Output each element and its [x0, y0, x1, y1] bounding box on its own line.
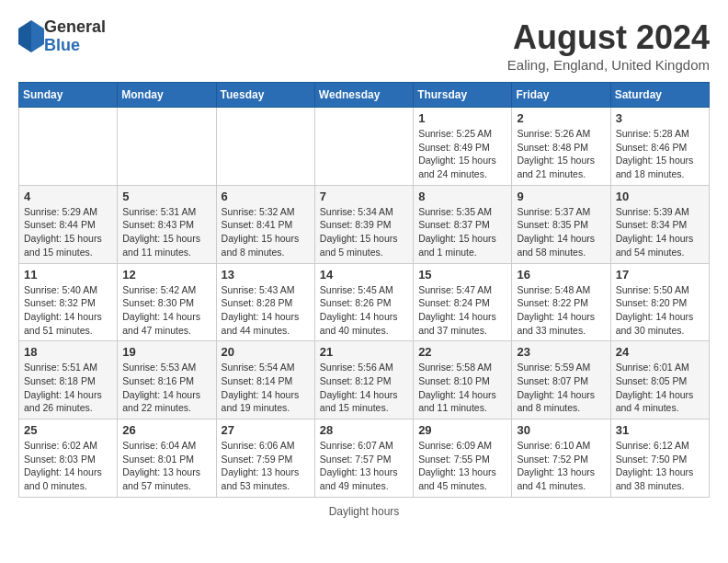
calendar-cell: 21Sunrise: 5:56 AM Sunset: 8:12 PM Dayli… [314, 341, 413, 419]
calendar-cell [118, 108, 216, 186]
calendar-cell: 7Sunrise: 5:34 AM Sunset: 8:39 PM Daylig… [314, 185, 413, 263]
day-info: Sunrise: 6:07 AM Sunset: 7:57 PM Dayligh… [320, 439, 408, 493]
day-info: Sunrise: 5:56 AM Sunset: 8:12 PM Dayligh… [320, 361, 408, 415]
logo-text: General Blue [44, 18, 106, 55]
day-info: Sunrise: 5:42 AM Sunset: 8:30 PM Dayligh… [122, 283, 210, 338]
day-info: Sunrise: 6:02 AM Sunset: 8:03 PM Dayligh… [24, 439, 112, 493]
day-info: Sunrise: 5:58 AM Sunset: 8:10 PM Dayligh… [418, 361, 506, 415]
calendar-cell: 8Sunrise: 5:35 AM Sunset: 8:37 PM Daylig… [414, 185, 512, 263]
calendar-day-header: Tuesday [216, 83, 314, 108]
calendar-table: SundayMondayTuesdayWednesdayThursdayFrid… [18, 82, 710, 498]
day-info: Sunrise: 5:31 AM Sunset: 8:43 PM Dayligh… [122, 205, 210, 259]
day-number: 8 [418, 190, 506, 203]
day-number: 27 [222, 423, 310, 437]
calendar-cell: 31Sunrise: 6:12 AM Sunset: 7:50 PM Dayli… [610, 419, 709, 498]
calendar-cell [314, 108, 413, 186]
day-number: 26 [122, 423, 210, 437]
day-number: 2 [517, 111, 605, 125]
day-number: 22 [418, 345, 506, 359]
day-number: 3 [616, 111, 704, 125]
calendar-day-header: Saturday [610, 83, 709, 108]
calendar-cell: 16Sunrise: 5:48 AM Sunset: 8:22 PM Dayli… [512, 263, 610, 341]
calendar-cell: 13Sunrise: 5:43 AM Sunset: 8:28 PM Dayli… [216, 263, 314, 341]
calendar-day-header: Thursday [414, 83, 512, 108]
day-info: Sunrise: 5:29 AM Sunset: 8:44 PM Dayligh… [24, 205, 112, 259]
calendar-header-row: SundayMondayTuesdayWednesdayThursdayFrid… [19, 83, 710, 108]
calendar-day-header: Monday [118, 83, 216, 108]
day-number: 11 [24, 268, 112, 282]
day-info: Sunrise: 5:50 AM Sunset: 8:20 PM Dayligh… [616, 283, 704, 338]
calendar-cell: 28Sunrise: 6:07 AM Sunset: 7:57 PM Dayli… [314, 419, 413, 498]
day-info: Sunrise: 5:48 AM Sunset: 8:22 PM Dayligh… [517, 283, 605, 338]
day-info: Sunrise: 6:10 AM Sunset: 7:52 PM Dayligh… [517, 439, 605, 493]
calendar-week-row: 1Sunrise: 5:25 AM Sunset: 8:49 PM Daylig… [19, 108, 710, 186]
day-number: 19 [122, 345, 210, 359]
calendar-cell: 19Sunrise: 5:53 AM Sunset: 8:16 PM Dayli… [118, 341, 216, 419]
calendar-cell: 14Sunrise: 5:45 AM Sunset: 8:26 PM Dayli… [314, 263, 413, 341]
logo-blue: Blue [44, 37, 106, 55]
day-info: Sunrise: 5:39 AM Sunset: 8:34 PM Dayligh… [616, 205, 704, 259]
day-info: Sunrise: 5:35 AM Sunset: 8:37 PM Dayligh… [418, 205, 506, 259]
calendar-day-header: Friday [512, 83, 610, 108]
calendar-cell: 15Sunrise: 5:47 AM Sunset: 8:24 PM Dayli… [414, 263, 512, 341]
calendar-cell: 23Sunrise: 5:59 AM Sunset: 8:07 PM Dayli… [512, 341, 610, 419]
calendar-cell: 18Sunrise: 5:51 AM Sunset: 8:18 PM Dayli… [19, 341, 118, 419]
calendar-cell: 3Sunrise: 5:28 AM Sunset: 8:46 PM Daylig… [610, 108, 709, 186]
day-number: 15 [418, 268, 506, 282]
svg-marker-1 [31, 20, 44, 52]
calendar-day-header: Sunday [19, 83, 118, 108]
page-header: General Blue August 2024 Ealing, England… [18, 18, 710, 73]
day-info: Sunrise: 5:40 AM Sunset: 8:32 PM Dayligh… [24, 283, 112, 338]
day-info: Sunrise: 6:12 AM Sunset: 7:50 PM Dayligh… [616, 439, 704, 493]
day-info: Sunrise: 5:34 AM Sunset: 8:39 PM Dayligh… [320, 205, 408, 259]
day-info: Sunrise: 5:26 AM Sunset: 8:48 PM Dayligh… [517, 127, 605, 181]
day-number: 10 [616, 190, 704, 203]
month-title: August 2024 [507, 18, 710, 57]
calendar-cell [216, 108, 314, 186]
calendar-cell: 22Sunrise: 5:58 AM Sunset: 8:10 PM Dayli… [414, 341, 512, 419]
calendar-cell: 4Sunrise: 5:29 AM Sunset: 8:44 PM Daylig… [19, 185, 118, 263]
calendar-cell: 27Sunrise: 6:06 AM Sunset: 7:59 PM Dayli… [216, 419, 314, 498]
calendar-cell: 20Sunrise: 5:54 AM Sunset: 8:14 PM Dayli… [216, 341, 314, 419]
calendar-cell: 30Sunrise: 6:10 AM Sunset: 7:52 PM Dayli… [512, 419, 610, 498]
calendar-day-header: Wednesday [314, 83, 413, 108]
day-number: 25 [24, 423, 112, 437]
calendar-cell: 2Sunrise: 5:26 AM Sunset: 8:48 PM Daylig… [512, 108, 610, 186]
day-number: 5 [122, 190, 210, 203]
day-number: 23 [517, 345, 605, 359]
day-info: Sunrise: 5:47 AM Sunset: 8:24 PM Dayligh… [418, 283, 506, 338]
footer-note: Daylight hours [18, 505, 710, 518]
logo-general: General [44, 18, 106, 37]
day-info: Sunrise: 5:32 AM Sunset: 8:41 PM Dayligh… [222, 205, 310, 259]
calendar-cell: 1Sunrise: 5:25 AM Sunset: 8:49 PM Daylig… [414, 108, 512, 186]
calendar-week-row: 25Sunrise: 6:02 AM Sunset: 8:03 PM Dayli… [19, 419, 710, 498]
calendar-week-row: 11Sunrise: 5:40 AM Sunset: 8:32 PM Dayli… [19, 263, 710, 341]
svg-marker-2 [18, 20, 31, 52]
calendar-cell [19, 108, 118, 186]
day-info: Sunrise: 6:06 AM Sunset: 7:59 PM Dayligh… [222, 439, 310, 493]
day-info: Sunrise: 5:51 AM Sunset: 8:18 PM Dayligh… [24, 361, 112, 415]
day-number: 14 [320, 268, 408, 282]
day-number: 16 [517, 268, 605, 282]
day-info: Sunrise: 5:37 AM Sunset: 8:35 PM Dayligh… [517, 205, 605, 259]
calendar-cell: 26Sunrise: 6:04 AM Sunset: 8:01 PM Dayli… [118, 419, 216, 498]
calendar-cell: 11Sunrise: 5:40 AM Sunset: 8:32 PM Dayli… [19, 263, 118, 341]
footer-text: Daylight hours [329, 505, 400, 518]
day-number: 30 [517, 423, 605, 437]
day-info: Sunrise: 6:01 AM Sunset: 8:05 PM Dayligh… [616, 361, 704, 415]
location-subtitle: Ealing, England, United Kingdom [507, 57, 710, 73]
day-info: Sunrise: 5:53 AM Sunset: 8:16 PM Dayligh… [122, 361, 210, 415]
day-number: 21 [320, 345, 408, 359]
day-number: 31 [616, 423, 704, 437]
day-info: Sunrise: 5:45 AM Sunset: 8:26 PM Dayligh… [320, 283, 408, 338]
calendar-cell: 9Sunrise: 5:37 AM Sunset: 8:35 PM Daylig… [512, 185, 610, 263]
day-number: 4 [24, 190, 112, 203]
logo: General Blue [18, 18, 106, 55]
day-number: 9 [517, 190, 605, 203]
day-info: Sunrise: 5:28 AM Sunset: 8:46 PM Dayligh… [616, 127, 704, 181]
day-info: Sunrise: 5:59 AM Sunset: 8:07 PM Dayligh… [517, 361, 605, 415]
day-number: 20 [222, 345, 310, 359]
day-number: 13 [222, 268, 310, 282]
day-number: 28 [320, 423, 408, 437]
day-number: 7 [320, 190, 408, 203]
